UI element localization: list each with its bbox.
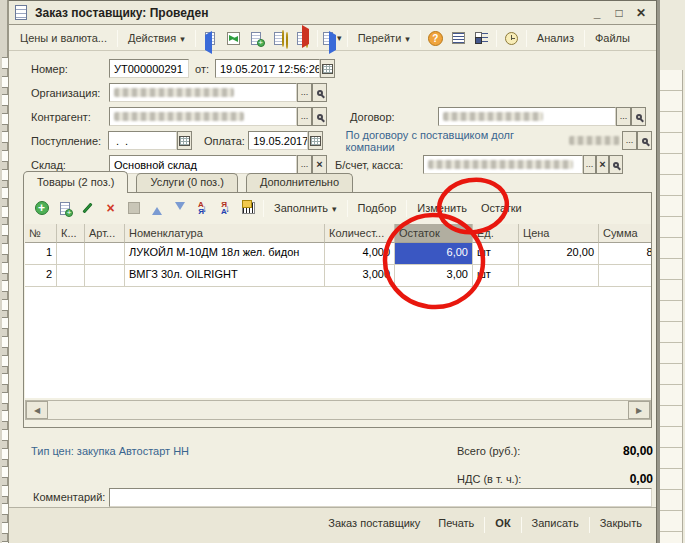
background-window-right bbox=[657, 0, 685, 543]
debt-choose-button[interactable]: ... bbox=[622, 131, 637, 150]
checkbox-settings-icon[interactable] bbox=[470, 28, 493, 49]
go-menu-button[interactable]: Перейти bbox=[351, 29, 417, 47]
col-sum[interactable]: Сумма bbox=[599, 224, 651, 243]
change-button[interactable]: Изменить bbox=[410, 199, 474, 217]
history-clock-icon[interactable] bbox=[500, 28, 523, 49]
col-k[interactable]: К... bbox=[57, 224, 85, 243]
contract-field[interactable] bbox=[438, 107, 616, 126]
add-row-icon[interactable] bbox=[30, 198, 53, 219]
number-field[interactable]: УТ000000291 bbox=[109, 59, 189, 78]
receipt-date-field[interactable]: . . bbox=[108, 131, 177, 150]
contractor-search-icon[interactable] bbox=[312, 107, 327, 126]
scroll-left-icon[interactable]: ◀ bbox=[26, 401, 48, 419]
cell-unit[interactable]: шт bbox=[473, 265, 519, 287]
fill-menu-button[interactable]: Заполнить bbox=[267, 199, 344, 217]
scroll-right-icon[interactable]: ▶ bbox=[628, 401, 650, 419]
organization-choose-button[interactable]: ... bbox=[297, 83, 312, 102]
prices-currency-button[interactable]: Цены и валюта... bbox=[13, 29, 114, 47]
separator bbox=[526, 30, 527, 47]
copy-document-icon[interactable] bbox=[245, 28, 268, 49]
cell-article[interactable] bbox=[85, 265, 125, 287]
cell-quantity[interactable]: 4,000 bbox=[325, 243, 395, 265]
document-header-form: Номер: УТ000000291 от: 19.05.2017 12:56:… bbox=[9, 51, 656, 177]
tab-goods[interactable]: Товары (2 поз.) bbox=[23, 171, 128, 193]
supplier-order-menu-button[interactable]: Заказ поставщику bbox=[320, 514, 428, 532]
horizontal-scrollbar[interactable]: ◀ ▶ bbox=[25, 400, 651, 420]
account-clear-icon[interactable]: × bbox=[596, 155, 609, 174]
contractor-choose-button[interactable]: ... bbox=[297, 107, 312, 126]
cell-price[interactable] bbox=[519, 265, 599, 287]
cell-quantity[interactable]: 3,000 bbox=[325, 265, 395, 287]
rests-button[interactable]: Остатки bbox=[474, 199, 529, 217]
redacted-value bbox=[428, 160, 573, 169]
cell-sum[interactable] bbox=[599, 265, 651, 287]
delete-row-icon[interactable] bbox=[99, 198, 122, 219]
cell-unit[interactable]: шт bbox=[473, 243, 519, 265]
debt-search-icon[interactable] bbox=[637, 131, 652, 150]
cell-k[interactable] bbox=[57, 265, 85, 287]
col-rest[interactable]: Остаток bbox=[395, 224, 473, 243]
refresh-icon[interactable] bbox=[222, 28, 245, 49]
col-quantity[interactable]: Количест... bbox=[325, 224, 395, 243]
cell-sum[interactable]: 80,00 bbox=[599, 243, 651, 265]
payment-calendar-button[interactable] bbox=[308, 131, 323, 150]
col-number[interactable]: № bbox=[25, 224, 57, 243]
col-nomenclature[interactable]: Номенклатура bbox=[125, 224, 325, 243]
cell-number[interactable]: 1 bbox=[25, 243, 57, 265]
account-search-icon[interactable] bbox=[609, 155, 623, 174]
ok-button[interactable]: ОК bbox=[487, 514, 518, 532]
copy-row-icon[interactable] bbox=[53, 198, 76, 219]
cell-rest-selected[interactable]: 6,00 bbox=[395, 243, 473, 265]
edit-row-icon[interactable] bbox=[76, 198, 99, 219]
cell-k[interactable] bbox=[57, 243, 85, 265]
date-field[interactable]: 19.05.2017 12:56:26 bbox=[215, 59, 320, 78]
tab-additional[interactable]: Дополнительно bbox=[246, 173, 353, 192]
cell-article[interactable] bbox=[85, 243, 125, 265]
post-document-icon[interactable] bbox=[268, 28, 291, 49]
analysis-button[interactable]: Анализ bbox=[530, 29, 581, 47]
col-article[interactable]: Арт... bbox=[85, 224, 125, 243]
minimize-button[interactable]: _ bbox=[588, 4, 606, 21]
col-unit[interactable]: Ед. bbox=[473, 224, 519, 243]
contract-search-icon[interactable] bbox=[631, 107, 646, 126]
date-calendar-button[interactable] bbox=[320, 59, 335, 78]
cell-nomenclature[interactable]: ВМГЗ 30л. OILRIGHT bbox=[125, 265, 325, 287]
separator bbox=[521, 517, 522, 533]
organization-search-icon[interactable] bbox=[312, 83, 327, 102]
cell-price[interactable]: 20,00 bbox=[519, 243, 599, 265]
unpost-document-icon[interactable] bbox=[291, 28, 314, 49]
actions-menu-button[interactable]: Действия bbox=[121, 29, 192, 47]
files-button[interactable]: Файлы bbox=[588, 29, 637, 47]
cell-rest[interactable]: 3,00 bbox=[395, 265, 473, 287]
list-settings-icon[interactable] bbox=[447, 28, 470, 49]
account-choose-button[interactable]: ... bbox=[583, 155, 596, 174]
output-icon[interactable] bbox=[321, 28, 344, 49]
cell-nomenclature[interactable]: ЛУКОЙЛ М-10ДМ 18л жел. бидон bbox=[125, 243, 325, 265]
contractor-field[interactable] bbox=[109, 107, 297, 126]
payment-date-field[interactable]: 19.05.2017 bbox=[248, 131, 307, 150]
col-price[interactable]: Цена bbox=[519, 224, 599, 243]
cell-number[interactable]: 2 bbox=[25, 265, 57, 287]
close-button[interactable]: ✕ bbox=[632, 4, 650, 21]
reread-icon[interactable] bbox=[199, 28, 222, 49]
sort-descending-icon[interactable]: ↓ bbox=[214, 198, 237, 219]
redacted-value bbox=[443, 112, 543, 121]
receipt-calendar-button[interactable] bbox=[177, 131, 192, 150]
comment-label: Комментарий: bbox=[33, 491, 109, 503]
contract-choose-button[interactable]: ... bbox=[616, 107, 631, 126]
pick-button[interactable]: Подбор bbox=[351, 199, 404, 217]
close-form-button[interactable]: Закрыть bbox=[592, 514, 650, 532]
print-button[interactable]: Печать bbox=[430, 514, 482, 532]
comment-field[interactable] bbox=[109, 488, 652, 507]
maximize-button[interactable]: □ bbox=[610, 4, 628, 21]
save-button[interactable]: Записать bbox=[524, 514, 587, 532]
help-icon[interactable] bbox=[424, 28, 447, 49]
move-up-icon[interactable] bbox=[145, 198, 168, 219]
barcode-icon[interactable] bbox=[237, 198, 260, 219]
move-down-icon[interactable] bbox=[168, 198, 191, 219]
organization-field[interactable] bbox=[109, 83, 297, 102]
price-type-link[interactable]: Тип цен: закупка Автостарт НН bbox=[31, 445, 189, 457]
sort-ascending-icon[interactable]: ↓ bbox=[191, 198, 214, 219]
account-field[interactable] bbox=[423, 155, 583, 174]
tab-services[interactable]: Услуги (0 поз.) bbox=[136, 173, 237, 192]
